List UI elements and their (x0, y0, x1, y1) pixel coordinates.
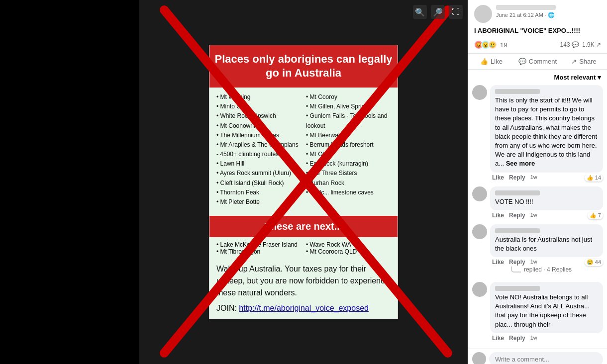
right-sidebar: June 21 at 6:12 AM · 🌐 I ABORIGINAL "VOI… (468, 0, 607, 364)
reaction-icons: 😡 😮 😢 (474, 40, 497, 49)
comment-2-avatar (472, 186, 487, 201)
comment-3-reaction: 😢 44 (585, 259, 603, 266)
flyer-next-col-1: Lake McKenzie Fraser Island Mt Tibrogarg… (216, 241, 301, 255)
fb-post-meta: June 21 at 6:12 AM · 🌐 (496, 5, 601, 18)
list-item: White Rock - Ipswich (216, 111, 301, 121)
comment-2-time: 1w (530, 212, 537, 219)
comment-3-reply[interactable]: Reply (509, 259, 525, 266)
comment-2-bubble: VOTE NO !!!! (490, 186, 603, 210)
write-comment-avatar (472, 352, 486, 364)
comment-1-reply[interactable]: Reply (509, 174, 525, 182)
comment-1-actions: Like Reply 1w 👍 14 (490, 173, 603, 182)
zoom-out-button[interactable]: 🔎 (431, 5, 445, 19)
like-label: Like (491, 58, 503, 65)
fb-post-header: June 21 at 6:12 AM · 🌐 (468, 0, 607, 26)
comment-3-avatar (472, 224, 487, 239)
join-link[interactable]: http://t.me/aboriginal_voice_exposed (239, 304, 369, 312)
join-label: JOIN: (216, 304, 239, 312)
fb-comment-1: This is only the start of it!!! We will … (472, 85, 603, 182)
list-item: The Millennium Caves (216, 131, 301, 140)
comment-4-name (495, 286, 540, 291)
share-label: Share (579, 58, 597, 65)
like-button[interactable]: 👍 Like (468, 55, 514, 68)
flyer-header: Places only aborigines can legally go in… (209, 45, 398, 88)
list-item: Thornton Peak (216, 188, 301, 197)
flyer-col-1: Mt Warning Minto Crag White Rock - Ipswi… (216, 92, 301, 207)
list-item: Egg Rock (kurraragin) (306, 159, 391, 169)
flyer-col-2: Mt Cooroy Mt Gillen, Alive Springs Gunlo… (306, 92, 391, 207)
flyer-join-text: JOIN: http://t.me/aboriginal_voice_expos… (209, 302, 398, 319)
comment-3-actions: Like Reply 1w 😢 44 (490, 257, 603, 266)
comment-1-like[interactable]: Like (492, 174, 504, 182)
comment-4-reply[interactable]: Reply (509, 335, 525, 342)
post-author-name-bar (496, 5, 556, 10)
like-icon: 👍 (480, 58, 488, 65)
comment-4-time: 1w (530, 335, 537, 342)
fb-action-bar: 👍 Like 💬 Comment ↗ Share (468, 53, 607, 70)
fb-comment-2: VOTE NO !!!! Like Reply 1w 👍 7 (472, 186, 603, 219)
comment-1-reaction: 👍 14 (585, 174, 603, 182)
comment-1-text: This is only the start of it!!! We will … (495, 96, 598, 169)
comment-4-actions: Like Reply 1w (490, 333, 603, 342)
comment-3-content: Australia is for Australians not just th… (490, 224, 603, 277)
zoom-in-button[interactable]: 🔍 (413, 5, 427, 19)
flyer-section2-header: These are next... (209, 216, 398, 237)
list-item: Burhan Rock (306, 179, 391, 188)
list-item: Wallc... limestone caves (306, 188, 391, 197)
list-item: The Three Sisters (306, 169, 391, 178)
fullscreen-button[interactable]: ⛶ (449, 5, 463, 19)
col2-list: Mt Cooroy Mt Gillen, Alive Springs Gunlo… (306, 92, 391, 197)
comment-button[interactable]: 💬 Comment (514, 55, 561, 68)
fb-post-title: I ABORIGINAL "VOICE" EXPO...!!!! (468, 26, 607, 38)
fb-sort-bar[interactable]: Most relevant ▾ (468, 72, 607, 83)
comment-1-content: This is only the start of it!!! We will … (490, 85, 603, 182)
replied-label: replied · 4 Replies (524, 266, 572, 273)
list-item: Mt Cooroy (306, 92, 391, 102)
share-count: 1.9K ↗ (582, 41, 601, 48)
comment-count: 143 💬 (560, 41, 579, 48)
list-item: Mt Coonowrin (216, 121, 301, 131)
write-comment-input[interactable] (489, 352, 603, 364)
comment-1-bubble: This is only the start of it!!! We will … (490, 85, 603, 173)
comment-3-replied[interactable]: replied · 4 Replies (490, 266, 603, 273)
fb-comment-3: Australia is for Australians not just th… (472, 224, 603, 277)
comment-label: Comment (529, 58, 557, 65)
list-item: Lawn Hill (216, 159, 301, 169)
fb-reactions-bar: 😡 😮 😢 19 143 💬 1.9K ↗ (468, 38, 607, 51)
list-item: Mt Warning (216, 92, 301, 102)
comment-4-like[interactable]: Like (492, 335, 504, 342)
comment-3-like[interactable]: Like (492, 259, 504, 266)
fb-comment-4: Vote NO! Australia belongs to all Austra… (472, 282, 603, 342)
list-item: Wave Rock WA (306, 241, 391, 248)
comment-3-reaction-badge: 😢 44 (585, 259, 603, 266)
post-date: June 21 at 6:12 AM · 🌐 (496, 12, 601, 18)
list-item: Berrum Heads foreshort (306, 140, 391, 150)
post-author-avatar (474, 5, 492, 23)
flyer-next-columns: Lake McKenzie Fraser Island Mt Tibrogarg… (209, 237, 398, 259)
flyer-next-col-2: Wave Rock WA Mt Cooroora QLD (306, 241, 391, 255)
comment-3-name (495, 228, 540, 233)
comment-2-like[interactable]: Like (492, 212, 504, 219)
col1-list: Mt Warning Minto Crag White Rock - Ipswi… (216, 92, 301, 207)
list-item: Cleft Island (Skull Rock) (216, 179, 301, 188)
comment-2-reply[interactable]: Reply (509, 212, 525, 219)
see-more-1[interactable]: See more (506, 160, 535, 167)
list-item: Mt Beerwah (306, 131, 391, 140)
next-col2-list: Wave Rock WA Mt Cooroora QLD (306, 241, 391, 255)
list-item: Gunlom Falls - Top pools and lookout (306, 111, 391, 130)
list-item: Lake McKenzie Fraser Island (216, 241, 301, 248)
list-item: Mt Pieter Botte (216, 197, 301, 207)
comment-4-content: Vote NO! Australia belongs to all Austra… (490, 282, 603, 342)
comment-4-bubble: Vote NO! Australia belongs to all Austra… (490, 282, 603, 333)
list-item: Minto Crag (216, 102, 301, 111)
reaction-sad-icon: 😢 (488, 40, 497, 49)
comment-1-name (495, 89, 540, 94)
share-button[interactable]: ↗ Share (561, 55, 607, 68)
flyer-wake-up-text: Wake up Australia. Your taxes pay for th… (209, 259, 398, 302)
list-item: Mt Olga (306, 150, 391, 159)
flyer-body: Mt Warning Minto Crag White Rock - Ipswi… (209, 88, 398, 212)
comment-2-reaction-badge: 👍 7 (588, 212, 603, 219)
list-item: Mt Tibrogargon (216, 248, 301, 255)
share-icon: ↗ (571, 58, 577, 65)
comment-2-reaction: 👍 7 (588, 212, 603, 219)
